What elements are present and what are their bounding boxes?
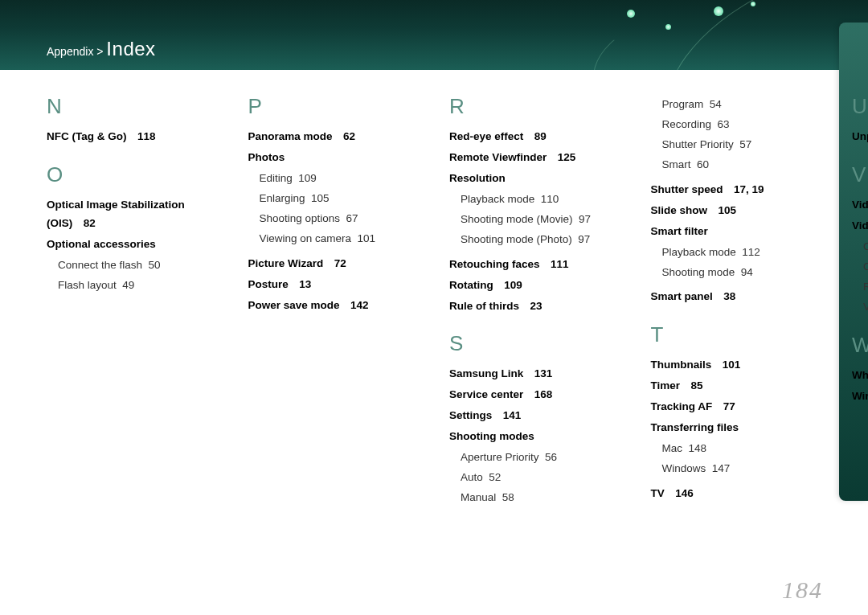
index-sub-entry[interactable]: Recording 63 — [863, 278, 868, 297]
index-entry[interactable]: Unpacking 28 — [852, 128, 868, 146]
index-letter: T — [651, 324, 821, 345]
index-entry[interactable]: Slide show 105 — [651, 202, 821, 220]
index-letter: P — [248, 96, 418, 117]
index-entry[interactable]: Thumbnails 101 — [651, 356, 821, 375]
index-entry[interactable]: Transferring files — [651, 419, 821, 437]
index-section-s: SSamsung Link 131Service center 168Setti… — [449, 333, 619, 507]
index-sub-list: Connect the flash 50Flash layout 49 — [58, 256, 216, 295]
index-entry[interactable]: Timer 85 — [651, 377, 821, 396]
page-header: Appendix > Index — [0, 0, 868, 70]
index-sub-entry[interactable]: Shutter Priority 57 — [662, 136, 821, 154]
index-sub-entry[interactable]: Viewing on camera 101 — [260, 230, 418, 248]
index-sub-entry[interactable]: Mac 148 — [662, 440, 821, 458]
index-entry[interactable]: Settings 141 — [449, 407, 619, 425]
index-entry[interactable]: Service center 168 — [449, 386, 619, 404]
index-sub-entry[interactable]: Connect the flash 50 — [58, 256, 216, 275]
index-entry[interactable]: Remote Viewfinder 125 — [449, 149, 619, 167]
index-sub-entry[interactable]: Windows 147 — [662, 460, 821, 478]
index-sub-entry[interactable]: Manual 58 — [461, 489, 619, 507]
index-sub-list: Capturing 108Options 97Recording 63Viewi… — [863, 238, 868, 317]
index-section-v: VVideo Out 142VideosCapturing 108Options… — [852, 164, 868, 317]
index-entry[interactable]: Rotating 109 — [449, 277, 619, 295]
index-entry[interactable]: Resolution — [449, 170, 619, 188]
index-entry[interactable]: Tracking AF 77 — [651, 398, 821, 416]
index-section-continuation: Program 54Recording 63Shutter Priority 5… — [651, 96, 821, 306]
index-entry[interactable]: TV 146 — [651, 485, 821, 503]
index-entry[interactable]: Red-eye effect 89 — [449, 128, 619, 146]
index-sub-list: Playback mode 112Shooting mode 94 — [662, 244, 821, 282]
index-sub-entry[interactable]: Options 97 — [863, 258, 868, 277]
breadcrumb-separator: > — [96, 45, 103, 58]
index-sub-entry[interactable]: Playback mode 110 — [461, 191, 619, 209]
index-section-w: WWhite balance 70Wireless network 114 — [852, 334, 868, 406]
index-section-n: NNFC (Tag & Go) 118 — [47, 96, 216, 146]
index-letter: V — [852, 164, 868, 185]
breadcrumb: Appendix > Index — [47, 38, 156, 60]
index-sub-list: Playback mode 110Shooting mode (Movie) 9… — [461, 191, 619, 249]
index-sub-entry[interactable]: Smart 60 — [662, 156, 821, 174]
index-entry[interactable]: Optional accessories — [47, 236, 216, 254]
index-content: NNFC (Tag & Go) 118OOptical Image Stabil… — [0, 70, 868, 514]
index-letter: R — [449, 96, 619, 117]
index-sub-entry[interactable]: Program 54 — [662, 96, 821, 114]
index-sub-entry[interactable]: Enlarging 105 — [260, 190, 418, 208]
breadcrumb-section: Appendix — [47, 45, 93, 58]
index-section-p: PPanorama mode 62PhotosEditing 109Enlarg… — [248, 96, 418, 314]
index-entry[interactable]: Videos — [852, 217, 868, 236]
index-entry[interactable]: Power save mode 142 — [248, 297, 418, 315]
header-decoration — [530, 0, 868, 70]
index-entry[interactable]: NFC (Tag & Go) 118 — [47, 128, 216, 146]
index-sub-list: Editing 109Enlarging 105Shooting options… — [260, 170, 418, 248]
index-entry[interactable]: Samsung Link 131 — [449, 365, 619, 383]
index-entry[interactable]: White balance 70 — [852, 367, 868, 385]
index-letter: N — [47, 96, 216, 117]
index-entry[interactable]: Video Out 142 — [852, 196, 868, 215]
index-sub-list: Aperture Priority 56Auto 52Manual 58 — [461, 449, 619, 507]
page-number: 184 — [782, 576, 823, 604]
page-title: Index — [106, 38, 155, 59]
index-sub-entry[interactable]: Recording 63 — [662, 116, 821, 134]
index-section-t: TThumbnails 101Timer 85Tracking AF 77Tra… — [651, 324, 821, 503]
index-letter: S — [449, 333, 619, 354]
index-sub-entry[interactable]: Shooting mode 94 — [662, 264, 821, 282]
index-letter: O — [47, 164, 216, 185]
index-entry[interactable]: Smart panel 38 — [651, 288, 821, 306]
index-section-r: RRed-eye effect 89Remote Viewfinder 125R… — [449, 96, 619, 315]
index-sub-entry[interactable]: Shooting options 67 — [260, 210, 418, 228]
index-sub-entry[interactable]: Auto 52 — [461, 469, 619, 487]
index-sub-list: Mac 148Windows 147 — [662, 440, 821, 478]
index-letter: U — [852, 96, 868, 117]
index-sub-entry[interactable]: Flash layout 49 — [58, 277, 216, 295]
index-letter: W — [852, 334, 868, 355]
index-entry[interactable]: Rule of thirds 23 — [449, 297, 619, 316]
index-sub-entry[interactable]: Shooting mode (Photo) 97 — [461, 231, 619, 249]
index-sub-entry[interactable]: Editing 109 — [260, 170, 418, 188]
index-entry[interactable]: Photos — [248, 149, 418, 167]
index-sub-list: Program 54Recording 63Shutter Priority 5… — [662, 96, 821, 174]
index-entry[interactable]: Optical Image Stabilization (OIS) 82 — [47, 196, 216, 233]
index-sub-entry[interactable]: Aperture Priority 56 — [461, 449, 619, 467]
index-sub-entry[interactable]: Shooting mode (Movie) 97 — [461, 211, 619, 229]
index-entry[interactable]: Wireless network 114 — [852, 387, 868, 406]
index-entry[interactable]: Picture Wizard 72 — [248, 255, 418, 273]
index-sub-entry[interactable]: Capturing 108 — [863, 238, 868, 256]
index-entry[interactable]: Retouching faces 111 — [449, 256, 619, 274]
index-entry[interactable]: Shooting modes — [449, 428, 619, 446]
index-section-o: OOptical Image Stabilization (OIS) 82Opt… — [47, 164, 216, 295]
index-sub-entry[interactable]: Playback mode 112 — [662, 244, 821, 262]
index-entry[interactable]: Posture 13 — [248, 276, 418, 294]
index-entry[interactable]: Smart filter — [651, 223, 821, 241]
index-entry[interactable]: Shutter speed 17, 19 — [651, 181, 821, 199]
index-entry[interactable]: Panorama mode 62 — [248, 128, 418, 146]
index-section-u: UUnpacking 28 — [852, 96, 868, 146]
index-sub-entry[interactable]: Viewing 107 — [863, 298, 868, 317]
